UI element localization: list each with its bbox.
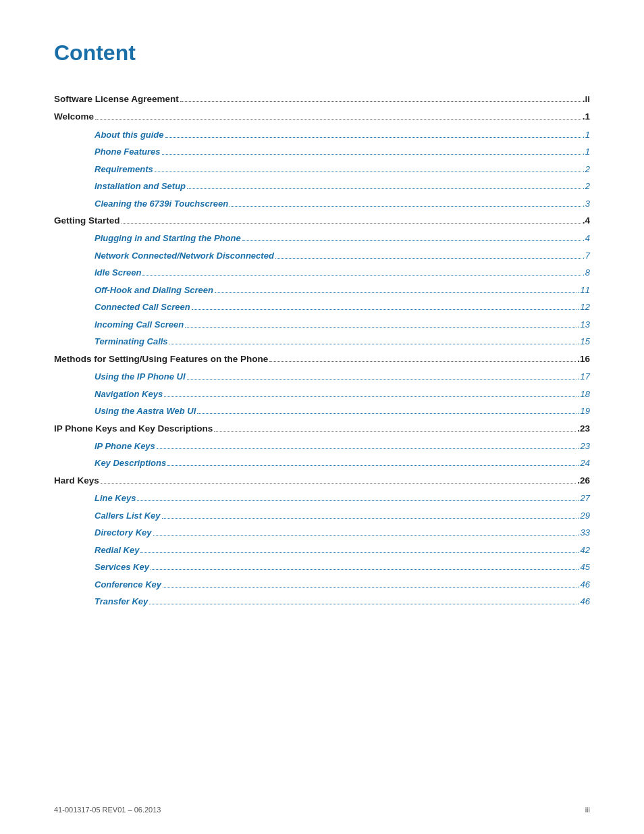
toc-dots — [167, 457, 576, 466]
toc-dots — [101, 475, 576, 484]
toc-page: .7 — [583, 249, 590, 263]
toc-item: Line Keys.27 — [54, 492, 590, 505]
toc-item: Cleaning the 6739i Touchscreen.3 — [54, 197, 590, 211]
toc-label: Installation and Setup — [95, 180, 186, 193]
toc-page: .1 — [583, 110, 590, 124]
toc-item: Services Key.45 — [54, 561, 590, 574]
toc-item: Requirements.2 — [54, 163, 590, 176]
footer-right: iii — [585, 806, 590, 814]
toc-page: .19 — [578, 405, 590, 418]
toc-dots — [155, 163, 581, 172]
toc-item: Getting Started.4 — [54, 214, 590, 228]
toc-page: .29 — [578, 509, 590, 523]
toc-label: Transfer Key — [95, 595, 148, 608]
toc-item: Navigation Keys.18 — [54, 388, 590, 401]
toc-item: Hard Keys.26 — [54, 474, 590, 488]
toc-label: Services Key — [95, 561, 149, 574]
toc-label: IP Phone Keys and Key Descriptions — [54, 422, 213, 436]
toc-label: Getting Started — [54, 214, 120, 228]
toc-page: .24 — [578, 457, 590, 470]
toc-page: .26 — [577, 474, 590, 488]
toc-page: .12 — [578, 301, 590, 314]
toc-page: .2 — [583, 163, 590, 176]
toc-dots — [275, 250, 581, 259]
toc-page: .8 — [583, 266, 590, 280]
toc-item: Software License Agreement.ii — [54, 93, 590, 106]
toc-dots — [151, 561, 576, 570]
toc-dots — [185, 319, 576, 328]
toc-item: Transfer Key.46 — [54, 595, 590, 608]
toc-dots — [149, 596, 576, 604]
toc-item: Network Connected/Network Disconnected.7 — [54, 249, 590, 263]
toc-page: .23 — [578, 440, 590, 453]
toc-item: Callers List Key.29 — [54, 509, 590, 523]
toc-label: Redial Key — [95, 544, 139, 557]
toc-dots — [162, 510, 576, 519]
toc-page: .18 — [578, 388, 590, 401]
toc-label: Idle Screen — [95, 266, 141, 280]
toc-dots — [187, 180, 581, 189]
toc-label: Callers List Key — [95, 509, 161, 523]
toc-label: Plugging in and Starting the Phone — [95, 232, 241, 245]
toc-item: About this guide.1 — [54, 128, 590, 142]
toc-dots — [153, 527, 576, 536]
toc-item: Phone Features.1 — [54, 145, 590, 159]
toc-page: .1 — [583, 145, 590, 159]
toc-dots — [242, 232, 581, 241]
page-footer: 41-001317-05 REV01 – 06.2013 iii — [54, 806, 590, 814]
toc-page: .2 — [583, 180, 590, 193]
toc-label: Phone Features — [95, 145, 161, 159]
toc-item: Incoming Call Screen.13 — [54, 318, 590, 332]
toc-label: Software License Agreement — [54, 93, 179, 106]
toc-dots — [187, 371, 576, 380]
toc-label: Hard Keys — [54, 474, 99, 488]
toc-label: Key Descriptions — [95, 457, 166, 470]
toc-item: Conference Key.46 — [54, 578, 590, 592]
toc-item: Terminating Calls.15 — [54, 335, 590, 348]
toc-dots — [157, 440, 576, 449]
toc-label: Directory Key — [95, 526, 152, 540]
toc-page: .15 — [578, 335, 590, 348]
toc-item: Key Descriptions.24 — [54, 457, 590, 470]
toc-dots — [165, 129, 582, 138]
toc-dots — [163, 579, 576, 588]
toc-label: Terminating Calls — [95, 335, 168, 348]
toc-label: Methods for Setting/Using Features on th… — [54, 353, 268, 366]
toc-dots — [197, 405, 576, 414]
toc-item: Redial Key.42 — [54, 544, 590, 557]
toc-page: .ii — [583, 93, 590, 106]
toc-item: Plugging in and Starting the Phone.4 — [54, 232, 590, 245]
toc-dots — [192, 301, 576, 310]
toc-dots — [137, 492, 576, 501]
toc-dots — [164, 388, 576, 397]
toc-item: Idle Screen.8 — [54, 266, 590, 280]
page-title: Content — [54, 41, 590, 66]
toc-item: Using the Aastra Web UI.19 — [54, 405, 590, 418]
toc-page: .46 — [578, 595, 590, 608]
toc-dots — [215, 284, 576, 293]
toc-page: .13 — [578, 318, 590, 332]
toc-page: .11 — [578, 284, 590, 297]
toc-item: Directory Key.33 — [54, 526, 590, 540]
toc-item: Methods for Setting/Using Features on th… — [54, 353, 590, 366]
toc-label: Off-Hook and Dialing Screen — [95, 284, 213, 297]
toc-item: Installation and Setup.2 — [54, 180, 590, 193]
toc-item: IP Phone Keys.23 — [54, 440, 590, 453]
toc-label: Connected Call Screen — [95, 301, 190, 314]
toc-page: .27 — [578, 492, 590, 505]
toc-dots — [95, 111, 581, 120]
toc-page: .42 — [578, 544, 590, 557]
toc-item: Off-Hook and Dialing Screen.11 — [54, 284, 590, 297]
toc-label: Network Connected/Network Disconnected — [95, 249, 274, 263]
footer-left: 41-001317-05 REV01 – 06.2013 — [54, 806, 161, 814]
toc-page: .3 — [583, 197, 590, 211]
toc-dots — [180, 93, 581, 102]
toc-label: Incoming Call Screen — [95, 318, 184, 332]
toc-page: .4 — [583, 232, 590, 245]
toc-dots — [214, 423, 576, 432]
page-container: Content Software License Agreement.iiWel… — [0, 0, 644, 667]
toc-label: Using the Aastra Web UI — [95, 405, 196, 418]
table-of-contents: Software License Agreement.iiWelcome.1Ab… — [54, 93, 590, 608]
toc-page: .16 — [577, 353, 590, 366]
toc-item: Using the IP Phone UI.17 — [54, 370, 590, 384]
